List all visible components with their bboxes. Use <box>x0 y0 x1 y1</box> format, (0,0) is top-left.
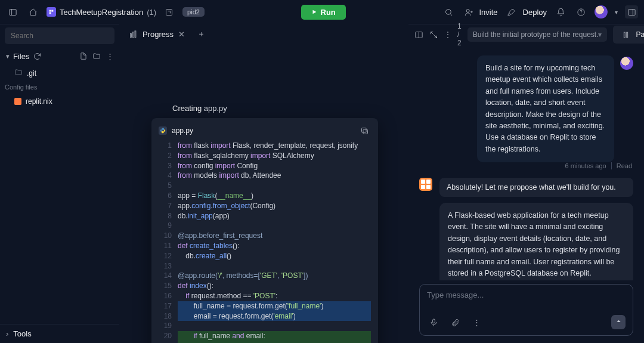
bell-icon[interactable] <box>554 5 567 18</box>
svg-rect-23 <box>627 32 628 38</box>
new-folder-icon[interactable] <box>92 52 101 60</box>
agent-plan-card: A Flask-based web application for a tech… <box>439 203 633 280</box>
pause-label: Pause <box>636 30 644 39</box>
code-block: 1from flask import Flask, render_templat… <box>159 141 371 343</box>
editor-tabs: Progress ✕ ＋ <box>122 24 406 44</box>
progress-tab-icon <box>129 30 138 39</box>
invite-icon <box>462 5 475 18</box>
tools-row[interactable]: › Tools <box>0 324 119 343</box>
run-button[interactable]: Run <box>301 5 346 20</box>
rocket-icon <box>505 5 518 18</box>
tree-file-replitnix[interactable]: replit.nix <box>11 95 119 107</box>
pause-button[interactable]: Pause <box>613 26 644 44</box>
svg-rect-5 <box>166 9 172 15</box>
help-icon[interactable] <box>574 5 587 18</box>
svg-rect-4 <box>49 12 51 14</box>
close-panel-icon <box>625 5 638 18</box>
svg-rect-3 <box>51 10 53 12</box>
tab-progress[interactable]: Progress ✕ <box>122 26 192 42</box>
search-input[interactable] <box>10 31 110 41</box>
svg-rect-0 <box>9 9 16 15</box>
files-label: Files <box>13 52 29 61</box>
composer-more-icon[interactable]: ⋮ <box>470 316 483 329</box>
right-pane: ⋮ 1 / 2 Build the initial prototype of t… <box>408 24 644 343</box>
deploy-button[interactable]: Deploy <box>505 5 547 18</box>
tree-label: .git <box>27 69 36 78</box>
tools-label: Tools <box>13 329 31 338</box>
pid-badge[interactable]: pid2 <box>182 7 205 17</box>
address-bar[interactable]: Build the initial prototype of the reque… <box>467 27 608 42</box>
address-text: Build the initial prototype of the reque… <box>473 30 599 39</box>
expand-icon[interactable] <box>429 28 438 41</box>
user-avatar-small <box>620 57 633 70</box>
refresh-icon[interactable] <box>33 50 42 63</box>
more-vert-icon[interactable]: ⋮ <box>444 28 451 41</box>
panel-toggle-icon[interactable] <box>6 5 19 18</box>
send-button[interactable] <box>611 315 626 329</box>
deploy-label: Deploy <box>523 8 547 17</box>
svg-rect-17 <box>135 30 136 37</box>
svg-point-6 <box>445 9 451 14</box>
user-avatar[interactable] <box>595 5 608 18</box>
svg-rect-22 <box>624 32 625 38</box>
plan-paragraph: A Flask-based web application for a tech… <box>448 210 625 279</box>
more-icon[interactable]: ⋮ <box>105 52 114 61</box>
svg-point-12 <box>581 14 581 14</box>
sidebar-search[interactable] <box>5 27 114 44</box>
project-logo-icon <box>47 7 56 17</box>
svg-line-7 <box>450 14 452 16</box>
chevron-down-icon: ▾ <box>6 52 10 60</box>
new-file-icon[interactable] <box>79 52 88 60</box>
folder-icon <box>14 68 23 78</box>
invite-button[interactable]: Invite <box>462 5 497 18</box>
close-panel-button[interactable] <box>625 5 638 18</box>
svg-rect-13 <box>628 9 634 15</box>
caption-prefix: Creating <box>172 104 204 113</box>
snippet-filename: app.py <box>172 126 193 135</box>
chevron-down-icon[interactable]: ▾ <box>598 30 602 39</box>
avatar-caret-icon[interactable]: ▾ <box>615 9 618 16</box>
tab-close-icon[interactable]: ✕ <box>178 30 185 39</box>
top-bar: TechMeetupRegistration (1) pid2 Run Invi… <box>0 0 644 24</box>
python-file-icon <box>159 126 167 135</box>
message-composer[interactable]: Type message... ⋮ <box>419 284 633 336</box>
project-name: TechMeetupRegistration <box>60 8 143 17</box>
progress-caption: Creating app.py <box>172 104 227 113</box>
composer-placeholder: Type message... <box>427 291 626 299</box>
svg-rect-24 <box>432 319 435 323</box>
open-external-icon[interactable] <box>162 5 175 18</box>
mic-icon[interactable] <box>427 316 440 329</box>
chevron-right-icon: › <box>6 329 8 338</box>
files-header[interactable]: ▾ Files ⋮ <box>0 47 119 65</box>
message-time: 6 minutes ago <box>565 162 606 169</box>
agent-intro: Absolutely! Let me propose what we'll bu… <box>439 178 633 197</box>
center-pane: Progress ✕ ＋ Creating app.py app.py <box>122 24 406 343</box>
attach-icon[interactable] <box>448 316 462 329</box>
project-title[interactable]: TechMeetupRegistration (1) <box>47 5 175 18</box>
agent-avatar-icon <box>419 178 432 191</box>
replit-file-icon <box>14 98 21 105</box>
svg-rect-16 <box>132 32 134 37</box>
tree-label: replit.nix <box>26 97 52 106</box>
code-snippet-card: app.py 1from flask import Flask, render_… <box>151 118 378 343</box>
config-section-label: Config files <box>0 80 119 94</box>
home-icon[interactable] <box>26 5 39 18</box>
page-indicator: 1 / 2 <box>457 22 462 47</box>
split-view-icon[interactable] <box>414 28 423 41</box>
user-message: Build a site for my upcoming tech meetup… <box>477 55 614 162</box>
svg-rect-19 <box>361 128 366 132</box>
project-suffix: (1) <box>147 8 156 17</box>
tab-label: Progress <box>143 30 174 39</box>
search-icon[interactable] <box>442 5 455 18</box>
pause-icon <box>619 28 632 41</box>
copy-icon[interactable] <box>358 124 371 137</box>
run-label: Run <box>321 8 336 17</box>
tree-folder-git[interactable]: .git <box>11 66 119 80</box>
svg-rect-15 <box>131 33 132 37</box>
add-tab-button[interactable]: ＋ <box>194 27 208 41</box>
caption-file: app.py <box>204 104 227 113</box>
sidebar: ▾ Files ⋮ .git Config files <box>0 24 119 343</box>
invite-label: Invite <box>479 8 497 17</box>
svg-rect-2 <box>49 10 51 12</box>
svg-rect-18 <box>363 129 368 134</box>
